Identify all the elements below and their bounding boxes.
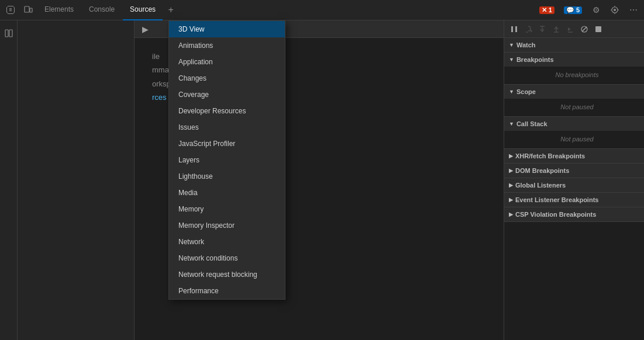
hide-sidebar-icon[interactable]: ▶ bbox=[137, 21, 153, 37]
dropdown-item-layers[interactable]: Layers bbox=[169, 152, 285, 168]
event-listener-label: Event Listener Breakpoints bbox=[515, 196, 598, 203]
device-icon[interactable] bbox=[20, 2, 36, 18]
call-stack-not-paused-text: Not paused bbox=[515, 133, 639, 145]
dropdown-item-changes[interactable]: Changes bbox=[169, 70, 285, 86]
xhr-fetch-label: XHR/fetch Breakpoints bbox=[515, 152, 585, 159]
call-stack-section-body: Not paused bbox=[504, 131, 644, 148]
tab-bar: Elements Console Sources + ✕ 1 💬 5 ⚙ bbox=[0, 0, 644, 20]
info-count-badge: 💬 5 bbox=[564, 6, 582, 14]
call-stack-section: Call Stack Not paused bbox=[504, 117, 644, 149]
dropdown-item-application[interactable]: Application bbox=[169, 54, 285, 70]
stop-button[interactable] bbox=[592, 23, 605, 36]
scope-not-paused-text: Not paused bbox=[515, 101, 639, 113]
dom-breakpoints-label: DOM Breakpoints bbox=[515, 167, 569, 174]
step-over-button[interactable] bbox=[522, 23, 535, 36]
debug-toolbar bbox=[504, 20, 644, 38]
global-listeners-arrow-icon bbox=[509, 182, 513, 188]
dropdown-item-network[interactable]: Network bbox=[169, 234, 285, 250]
dropdown-item-lighthouse[interactable]: Lighthouse bbox=[169, 168, 285, 185]
xhr-fetch-arrow-icon bbox=[509, 153, 513, 159]
breakpoints-section: Breakpoints No breakpoints bbox=[504, 53, 644, 85]
global-listeners-label: Global Listeners bbox=[515, 182, 566, 189]
tab-elements[interactable]: Elements bbox=[37, 0, 81, 20]
dropdown-item-performance[interactable]: Performance bbox=[169, 283, 285, 299]
tab-sources[interactable]: Sources bbox=[123, 0, 163, 20]
csp-violation-section-header[interactable]: CSP Violation Breakpoints bbox=[504, 207, 644, 221]
watch-label: Watch bbox=[516, 41, 536, 48]
dropdown-item-3d-view[interactable]: 3D View bbox=[169, 21, 285, 37]
svg-rect-9 bbox=[9, 30, 12, 37]
dropdown-item-animations[interactable]: Animations bbox=[169, 37, 285, 54]
global-listeners-section: Global Listeners bbox=[504, 178, 644, 193]
settings-icon[interactable]: ⚙ bbox=[588, 2, 604, 18]
call-stack-label: Call Stack bbox=[516, 120, 547, 127]
dropdown-item-javascript-profiler[interactable]: JavaScript Profiler bbox=[169, 136, 285, 152]
scope-arrow-icon bbox=[509, 89, 514, 95]
svg-rect-0 bbox=[25, 6, 29, 12]
xhr-fetch-section: XHR/fetch Breakpoints bbox=[504, 149, 644, 164]
error-badge-button[interactable]: ✕ 1 bbox=[536, 5, 558, 15]
event-listener-arrow-icon bbox=[509, 197, 513, 203]
svg-rect-20 bbox=[595, 26, 601, 32]
step-out-button[interactable] bbox=[550, 23, 563, 36]
watch-section: Watch bbox=[504, 38, 644, 53]
svg-rect-11 bbox=[515, 26, 517, 32]
event-listener-section: Event Listener Breakpoints bbox=[504, 193, 644, 207]
error-count-badge: ✕ 1 bbox=[539, 6, 555, 14]
sources-panel bbox=[18, 20, 135, 340]
tab-add-button[interactable]: + bbox=[164, 3, 178, 17]
dropdown-menu: 3D View Animations Application Changes C… bbox=[168, 20, 285, 300]
step-into-button[interactable] bbox=[536, 23, 549, 36]
breakpoints-section-body: No breakpoints bbox=[504, 67, 644, 84]
dropdown-item-issues[interactable]: Issues bbox=[169, 119, 285, 136]
event-listener-section-header[interactable]: Event Listener Breakpoints bbox=[504, 193, 644, 207]
dropdown-item-memory[interactable]: Memory bbox=[169, 201, 285, 217]
show-navigator-icon[interactable] bbox=[1, 25, 17, 41]
pause-resume-button[interactable] bbox=[508, 23, 521, 36]
dropdown-item-network-conditions[interactable]: Network conditions bbox=[169, 250, 285, 266]
dropdown-item-coverage[interactable]: Coverage bbox=[169, 86, 285, 103]
info-badge-button[interactable]: 💬 5 bbox=[560, 5, 586, 15]
call-stack-arrow-icon bbox=[509, 121, 514, 127]
step-button[interactable] bbox=[564, 23, 577, 36]
svg-line-19 bbox=[582, 27, 587, 32]
left-sidebar bbox=[0, 20, 18, 340]
dom-breakpoints-section-header[interactable]: DOM Breakpoints bbox=[504, 164, 644, 178]
inspect-icon[interactable] bbox=[2, 2, 19, 18]
dropdown-item-network-request-blocking[interactable]: Network request blocking bbox=[169, 266, 285, 283]
watch-section-header[interactable]: Watch bbox=[504, 38, 644, 52]
scope-section-header[interactable]: Scope bbox=[504, 85, 644, 99]
svg-rect-10 bbox=[511, 26, 513, 32]
xhr-fetch-section-header[interactable]: XHR/fetch Breakpoints bbox=[504, 149, 644, 163]
svg-rect-8 bbox=[5, 30, 8, 37]
watch-arrow-icon bbox=[509, 42, 514, 48]
right-panel: Watch Breakpoints No breakpoints Scope N… bbox=[504, 20, 644, 340]
dom-breakpoints-section: DOM Breakpoints bbox=[504, 164, 644, 178]
scope-label: Scope bbox=[516, 88, 536, 95]
dropdown-item-developer-resources[interactable]: Developer Resources bbox=[169, 103, 285, 119]
more-options-icon[interactable]: ⋯ bbox=[625, 2, 642, 18]
main-layout: ▶ ile mmand orkspace rces tool bbox=[0, 20, 644, 340]
breakpoints-arrow-icon bbox=[509, 57, 514, 63]
svg-rect-1 bbox=[30, 8, 32, 12]
scope-section: Scope Not paused bbox=[504, 85, 644, 117]
remote-devices-icon[interactable] bbox=[607, 2, 623, 18]
breakpoints-label: Breakpoints bbox=[516, 56, 554, 63]
deactivate-breakpoints-button[interactable] bbox=[578, 23, 591, 36]
dom-breakpoints-arrow-icon bbox=[509, 168, 513, 174]
csp-violation-arrow-icon bbox=[509, 211, 513, 217]
global-listeners-section-header[interactable]: Global Listeners bbox=[504, 178, 644, 192]
csp-violation-section: CSP Violation Breakpoints bbox=[504, 207, 644, 222]
scope-section-body: Not paused bbox=[504, 99, 644, 116]
tab-bar-left: Elements Console Sources + bbox=[2, 0, 178, 20]
svg-point-3 bbox=[614, 9, 616, 11]
dropdown-item-memory-inspector[interactable]: Memory Inspector bbox=[169, 217, 285, 234]
dropdown-item-media[interactable]: Media bbox=[169, 185, 285, 201]
breakpoints-section-header[interactable]: Breakpoints bbox=[504, 53, 644, 67]
no-breakpoints-text: No breakpoints bbox=[515, 69, 639, 81]
tab-console[interactable]: Console bbox=[82, 0, 122, 20]
call-stack-section-header[interactable]: Call Stack bbox=[504, 117, 644, 131]
tab-bar-right: ✕ 1 💬 5 ⚙ ⋯ bbox=[536, 2, 642, 18]
csp-violation-label: CSP Violation Breakpoints bbox=[515, 211, 596, 218]
